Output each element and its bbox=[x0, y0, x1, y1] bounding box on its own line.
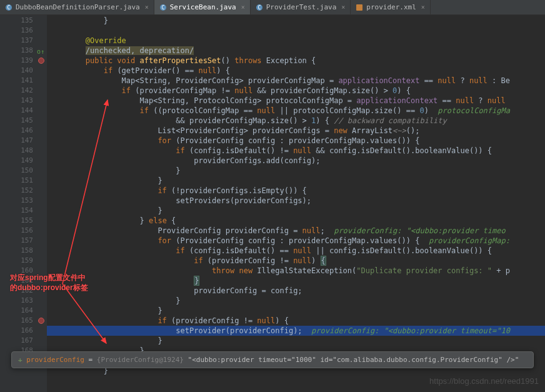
code-line[interactable]: if (providerConfig != null) { bbox=[47, 256, 545, 266]
line-number[interactable]: 158 bbox=[0, 246, 47, 256]
tab-label: DubboBeanDefinitionParser.java bbox=[16, 3, 140, 11]
java-class-icon: C bbox=[159, 4, 167, 11]
code-line[interactable]: } else { bbox=[47, 216, 545, 226]
code-line[interactable]: if (config.isDefault() != null && config… bbox=[47, 146, 545, 156]
code-line[interactable]: } bbox=[47, 306, 545, 316]
java-class-icon: C bbox=[5, 4, 12, 11]
line-number[interactable]: 145 bbox=[0, 116, 47, 126]
close-icon[interactable]: × bbox=[241, 4, 245, 11]
code-line[interactable]: } bbox=[47, 166, 545, 176]
code-line[interactable]: for (ProviderConfig config : providerCon… bbox=[47, 236, 545, 246]
annotation-line: 的dubbo:provider标签 bbox=[10, 283, 88, 293]
line-number[interactable]: 144 bbox=[0, 106, 47, 116]
error-icon[interactable] bbox=[37, 57, 44, 64]
code-area[interactable]: } @Override /unchecked, deprecation/ pub… bbox=[47, 15, 545, 392]
code-line[interactable]: if ((protocolConfigMap == null || protoc… bbox=[47, 106, 545, 116]
svg-text:C: C bbox=[258, 5, 261, 11]
line-number[interactable]: 149 bbox=[0, 156, 47, 166]
code-line[interactable]: if (config.isDefault() == null || config… bbox=[47, 246, 545, 256]
close-icon[interactable]: × bbox=[145, 4, 149, 11]
code-line[interactable]: if (!providerConfigs.isEmpty()) { bbox=[47, 186, 545, 196]
line-number[interactable]: 159 bbox=[0, 256, 47, 266]
line-number[interactable]: 151 bbox=[0, 176, 47, 186]
tooltip-var: providerConfig bbox=[26, 356, 84, 364]
line-number[interactable]: 146 bbox=[0, 126, 47, 136]
tab-label: provider.xml bbox=[366, 3, 416, 11]
line-number[interactable]: 139 bbox=[0, 56, 47, 66]
code-line[interactable]: providerConfigs.add(config); bbox=[47, 156, 545, 166]
line-number[interactable]: 157 bbox=[0, 236, 47, 246]
watermark: https://blog.csdn.net/reed1991 bbox=[429, 376, 539, 386]
line-number[interactable]: 163 bbox=[0, 296, 47, 306]
tooltip-type: {ProviderConfig@1924} bbox=[97, 356, 184, 364]
line-number[interactable]: 155 bbox=[0, 216, 47, 226]
code-line[interactable]: Map<String, ProtocolConfig> protocolConf… bbox=[47, 96, 545, 106]
line-number[interactable]: 135 bbox=[0, 16, 47, 26]
code-line[interactable] bbox=[47, 26, 545, 36]
tab-service-bean[interactable]: C ServiceBean.java × bbox=[154, 0, 251, 14]
code-line[interactable]: /unchecked, deprecation/ bbox=[47, 46, 545, 56]
code-line[interactable]: } bbox=[47, 276, 545, 286]
line-number[interactable]: 137 bbox=[0, 36, 47, 46]
tab-provider-xml[interactable]: provider.xml × bbox=[351, 0, 431, 14]
expand-icon[interactable]: + bbox=[18, 356, 22, 364]
svg-text:C: C bbox=[8, 5, 11, 11]
code-line[interactable]: providerConfig = config; bbox=[47, 286, 545, 296]
tab-label: ProviderTest.java bbox=[266, 3, 337, 11]
code-line[interactable]: if (providerConfig != null) { bbox=[47, 316, 545, 326]
code-line[interactable]: throw new IllegalStateException("Duplica… bbox=[47, 266, 545, 276]
line-number[interactable]: 147 bbox=[0, 136, 47, 146]
line-number[interactable]: 141 bbox=[0, 76, 47, 86]
line-number[interactable]: 166 bbox=[0, 326, 47, 336]
svg-rect-6 bbox=[356, 4, 362, 11]
line-number[interactable]: 150 bbox=[0, 166, 47, 176]
line-number[interactable]: 142 bbox=[0, 86, 47, 96]
tab-label: ServiceBean.java bbox=[170, 3, 236, 11]
code-line[interactable]: } bbox=[47, 206, 545, 216]
line-number[interactable]: 153 bbox=[0, 196, 47, 206]
close-icon[interactable]: × bbox=[341, 4, 345, 11]
annotation-line: 对应spring配置文件中 bbox=[10, 273, 88, 283]
java-class-icon: C bbox=[256, 4, 263, 11]
xml-file-icon bbox=[356, 4, 363, 11]
line-number[interactable]: 165 bbox=[0, 316, 47, 326]
code-line[interactable]: } bbox=[47, 336, 545, 346]
code-line[interactable]: @Override bbox=[47, 36, 545, 46]
debug-tooltip[interactable]: + providerConfig = {ProviderConfig@1924}… bbox=[11, 351, 534, 368]
override-icon[interactable]: o↑ bbox=[37, 47, 44, 54]
line-number[interactable]: 154 bbox=[0, 206, 47, 216]
line-number[interactable]: 156 bbox=[0, 226, 47, 236]
code-line[interactable]: if (providerConfigMap != null && provide… bbox=[47, 86, 545, 96]
tooltip-eq: = bbox=[84, 356, 97, 364]
code-line[interactable]: setProvider(providerConfig); providerCon… bbox=[47, 326, 545, 336]
line-gutter[interactable]: 135136137138o↑13914014114214314414514614… bbox=[0, 15, 47, 392]
line-number[interactable]: 136 bbox=[0, 26, 47, 36]
line-number[interactable]: 164 bbox=[0, 306, 47, 316]
tab-dubbo-parser[interactable]: C DubboBeanDefinitionParser.java × bbox=[0, 0, 154, 14]
line-number[interactable]: 152 bbox=[0, 186, 47, 196]
line-number[interactable]: 138o↑ bbox=[0, 46, 47, 56]
code-line[interactable]: setProviders(providerConfigs); bbox=[47, 196, 545, 206]
code-line[interactable]: } bbox=[47, 176, 545, 186]
line-number[interactable]: 143 bbox=[0, 96, 47, 106]
code-line[interactable]: Map<String, ProviderConfig> providerConf… bbox=[47, 76, 545, 86]
code-line[interactable]: } bbox=[47, 16, 545, 26]
line-number[interactable]: 167 bbox=[0, 336, 47, 346]
code-line[interactable]: && providerConfigMap.size() > 1) { // ba… bbox=[47, 116, 545, 126]
editor: 135136137138o↑13914014114214314414514614… bbox=[0, 15, 545, 392]
tooltip-value: "<dubbo:provider timeout="1000" id="com.… bbox=[184, 356, 519, 364]
code-line[interactable]: ProviderConfig providerConfig = null; pr… bbox=[47, 226, 545, 236]
annotation-text: 对应spring配置文件中 的dubbo:provider标签 bbox=[10, 273, 88, 293]
tab-provider-test[interactable]: C ProviderTest.java × bbox=[251, 0, 351, 14]
error-icon[interactable] bbox=[37, 317, 44, 324]
close-icon[interactable]: × bbox=[421, 4, 425, 11]
code-line[interactable]: for (ProviderConfig config : providerCon… bbox=[47, 136, 545, 146]
line-number[interactable]: 140 bbox=[0, 66, 47, 76]
svg-text:C: C bbox=[161, 5, 164, 11]
code-line[interactable]: List<ProviderConfig> providerConfigs = n… bbox=[47, 126, 545, 136]
code-line[interactable]: public void afterPropertiesSet() throws … bbox=[47, 56, 545, 66]
line-number[interactable]: 148 bbox=[0, 146, 47, 156]
code-line[interactable]: } bbox=[47, 296, 545, 306]
code-line[interactable]: if (getProvider() == null) { bbox=[47, 66, 545, 76]
tab-bar: C DubboBeanDefinitionParser.java × C Ser… bbox=[0, 0, 545, 15]
